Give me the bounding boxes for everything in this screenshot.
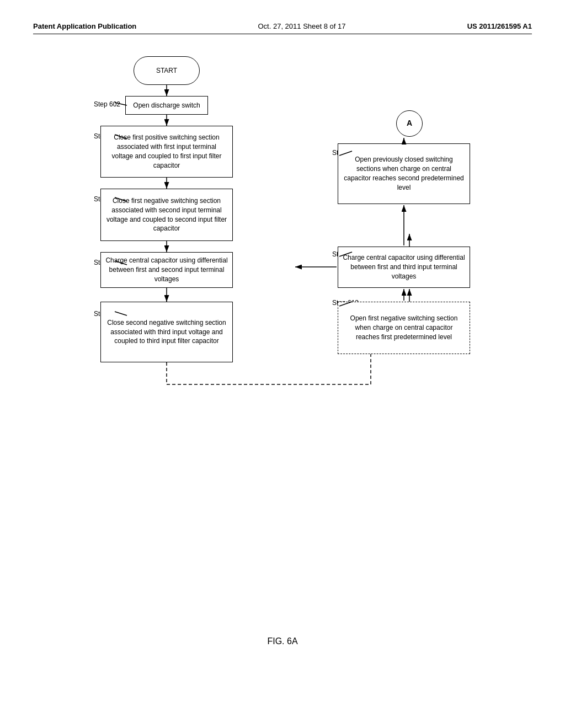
circle-a: A xyxy=(396,110,423,137)
box-open-discharge: Open discharge switch xyxy=(125,96,208,115)
box-close-first-pos: Close first positive switching section a… xyxy=(100,126,233,178)
step-602-label: Step 602 xyxy=(94,100,120,108)
page-header: Patent Application Publication Oct. 27, … xyxy=(33,22,532,34)
fig-label: FIG. 6A xyxy=(267,636,297,646)
start-box: START xyxy=(134,56,200,85)
header-left: Patent Application Publication xyxy=(33,22,136,30)
start-label: START xyxy=(156,66,177,76)
diagram-area: START Step 602 Open discharge switch Ste… xyxy=(45,51,520,657)
box-close-first-neg: Close first negative switching section a… xyxy=(100,189,233,241)
page: Patent Application Publication Oct. 27, … xyxy=(0,0,565,728)
header-right: US 2011/261595 A1 xyxy=(467,22,532,30)
box-open-prev: Open previously closed switching section… xyxy=(338,143,470,204)
box-open-first-neg: Open first negative switching section wh… xyxy=(338,302,470,354)
header-center: Oct. 27, 2011 Sheet 8 of 17 xyxy=(258,22,345,30)
box-close-second-neg: Close second negative switching section … xyxy=(100,302,233,362)
box-charge-1-3: Charge central capacitor using different… xyxy=(338,247,470,288)
box-charge-1-2: Charge central capacitor using different… xyxy=(100,252,233,288)
